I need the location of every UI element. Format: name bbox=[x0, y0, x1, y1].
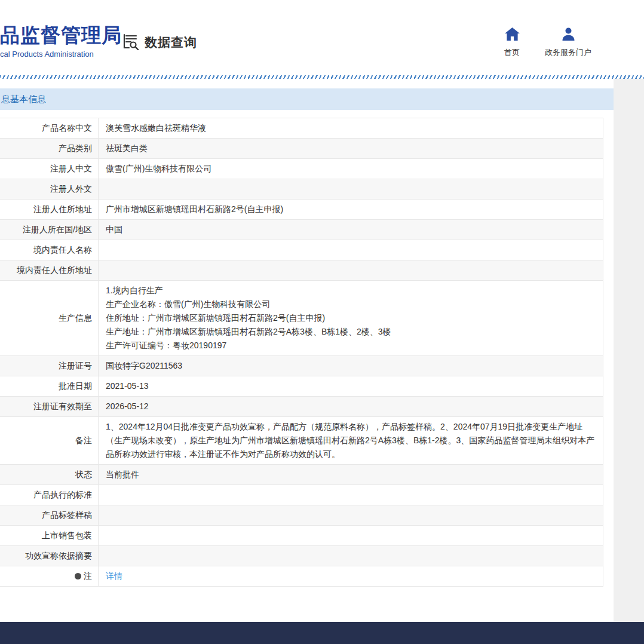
top-nav: 首页 政务服务门户 bbox=[504, 27, 591, 58]
row-value bbox=[99, 526, 603, 545]
row-value: 1.境内自行生产 生产企业名称：傲雪(广州)生物科技有限公司 住所地址：广州市增… bbox=[99, 281, 603, 355]
table-row: 功效宣称依据摘要 bbox=[0, 546, 603, 566]
row-label: 产品类别 bbox=[0, 139, 99, 158]
row-label: 批准日期 bbox=[0, 376, 99, 396]
row-value: 当前批件 bbox=[99, 465, 603, 484]
table-row: 境内责任人名称 bbox=[0, 240, 603, 260]
row-label: 注册人住所地址 bbox=[0, 200, 99, 219]
row-value bbox=[99, 240, 603, 260]
row-label: 注册人所在国/地区 bbox=[0, 220, 99, 240]
row-value bbox=[99, 260, 603, 280]
row-label: 备注 bbox=[0, 417, 99, 464]
row-label: 注册证有效期至 bbox=[0, 397, 99, 416]
row-value: 2026-05-12 bbox=[99, 397, 603, 416]
row-value bbox=[99, 485, 603, 505]
row-value bbox=[99, 505, 603, 525]
table-row: 注册人外文 bbox=[0, 179, 603, 200]
table-row: 境内责任人住所地址 bbox=[0, 260, 603, 281]
row-value: 祛斑美白类 bbox=[99, 139, 603, 158]
table-row: 上市销售包装 bbox=[0, 526, 603, 546]
row-label: 产品标签样稿 bbox=[0, 505, 99, 525]
document-search-icon bbox=[122, 32, 140, 53]
site-logo: 品监督管理局 cal Products Administration bbox=[0, 25, 122, 59]
row-value: 2021-05-13 bbox=[99, 376, 603, 396]
section-header: 息基本信息 bbox=[0, 88, 614, 110]
row-value: 广州市增城区新塘镇瑶田村石新路2号(自主申报) bbox=[99, 200, 603, 219]
row-value: 澳芙雪水感嫩白祛斑精华液 bbox=[99, 118, 603, 138]
content-card: 息基本信息 产品名称中文 澳芙雪水感嫩白祛斑精华液 产品类别 祛斑美白类 注册人… bbox=[0, 79, 614, 622]
section-title: 息基本信息 bbox=[1, 94, 46, 105]
row-value bbox=[99, 546, 603, 566]
detail-table: 产品名称中文 澳芙雪水感嫩白祛斑精华液 产品类别 祛斑美白类 注册人中文 傲雪(… bbox=[0, 118, 603, 587]
table-row: 注册人住所地址 广州市增城区新塘镇瑶田村石新路2号(自主申报) bbox=[0, 200, 603, 220]
table-row: 产品标签样稿 bbox=[0, 505, 603, 526]
footer-bar bbox=[0, 622, 644, 644]
table-row: 产品名称中文 澳芙雪水感嫩白祛斑精华液 bbox=[0, 118, 603, 139]
row-label: 状态 bbox=[0, 465, 99, 484]
row-label: 境内责任人住所地址 bbox=[0, 260, 99, 280]
row-label: 境内责任人名称 bbox=[0, 240, 99, 260]
table-row: 注 详情 bbox=[0, 566, 603, 587]
table-row: 备注 1、2024年12月04日批准变更产品功效宣称，产品配方（规范原料名称），… bbox=[0, 417, 603, 465]
row-value: 中国 bbox=[99, 220, 603, 240]
table-row: 产品执行的标准 bbox=[0, 485, 603, 505]
table-row: 注册证号 国妆特字G20211563 bbox=[0, 356, 603, 376]
row-label: 功效宣称依据摘要 bbox=[0, 546, 99, 566]
row-label: 产品执行的标准 bbox=[0, 485, 99, 505]
row-value: 傲雪(广州)生物科技有限公司 bbox=[99, 159, 603, 179]
home-icon bbox=[505, 27, 520, 43]
row-label-text: 注 bbox=[84, 571, 92, 582]
row-value: 详情 bbox=[99, 566, 603, 586]
table-row: 批准日期 2021-05-13 bbox=[0, 376, 603, 397]
row-label: 注 bbox=[0, 566, 99, 586]
detail-link[interactable]: 详情 bbox=[106, 569, 122, 583]
table-row: 注册证有效期至 2026-05-12 bbox=[0, 397, 603, 417]
nav-item-home[interactable]: 首页 bbox=[504, 27, 520, 58]
table-row: 注册人所在国/地区 中国 bbox=[0, 220, 603, 240]
note-icon bbox=[75, 573, 81, 579]
main-area: 息基本信息 产品名称中文 澳芙雪水感嫩白祛斑精华液 产品类别 祛斑美白类 注册人… bbox=[0, 79, 644, 622]
row-label: 生产信息 bbox=[0, 281, 99, 355]
data-query-tab[interactable]: 数据查询 bbox=[122, 32, 197, 53]
table-row: 产品类别 祛斑美白类 bbox=[0, 139, 603, 159]
nav-item-portal[interactable]: 政务服务门户 bbox=[545, 27, 591, 58]
row-label: 注册人外文 bbox=[0, 179, 99, 199]
row-label: 注册证号 bbox=[0, 356, 99, 376]
row-label: 上市销售包装 bbox=[0, 526, 99, 545]
page-header: 品监督管理局 cal Products Administration 数据查询 … bbox=[0, 0, 644, 75]
table-row: 生产信息 1.境内自行生产 生产企业名称：傲雪(广州)生物科技有限公司 住所地址… bbox=[0, 281, 603, 356]
row-label: 产品名称中文 bbox=[0, 118, 99, 138]
logo-subtitle: cal Products Administration bbox=[0, 50, 122, 59]
row-label: 注册人中文 bbox=[0, 159, 99, 179]
data-query-label: 数据查询 bbox=[145, 34, 197, 51]
logo-title: 品监督管理局 bbox=[0, 25, 122, 45]
user-icon bbox=[562, 27, 575, 43]
row-value bbox=[99, 179, 603, 199]
nav-portal-label: 政务服务门户 bbox=[545, 47, 591, 58]
row-value: 国妆特字G20211563 bbox=[99, 356, 603, 376]
nav-home-label: 首页 bbox=[504, 47, 520, 58]
table-row: 状态 当前批件 bbox=[0, 465, 603, 485]
table-row: 注册人中文 傲雪(广州)生物科技有限公司 bbox=[0, 159, 603, 179]
row-value: 1、2024年12月04日批准变更产品功效宣称，产品配方（规范原料名称），产品标… bbox=[99, 417, 603, 464]
